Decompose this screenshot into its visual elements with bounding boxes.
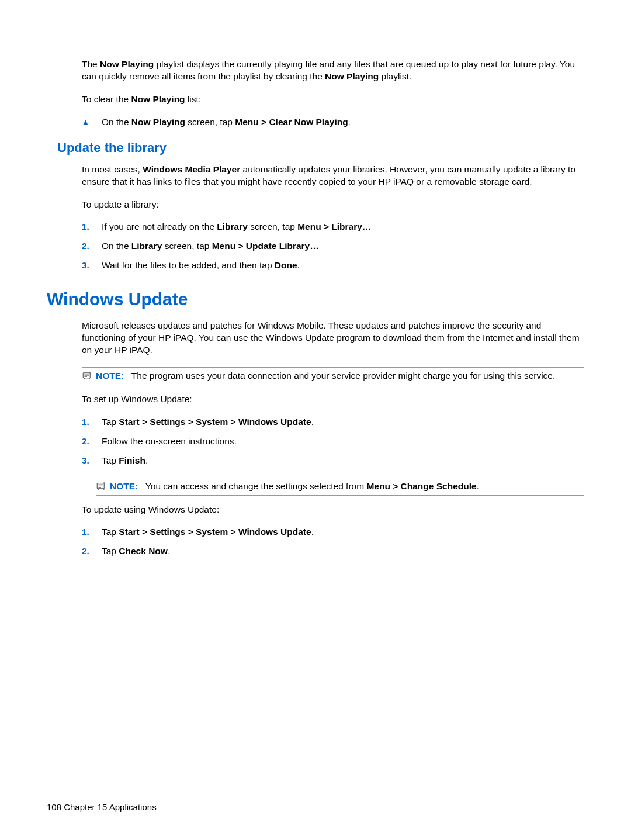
text: screen, tap: [185, 117, 235, 127]
text: You can access and change the settings s…: [145, 481, 367, 491]
paragraph-windows-update-desc: Microsoft releases updates and patches f…: [82, 320, 584, 357]
step-3: 3. Tap Finish.: [82, 455, 584, 467]
note-text: NOTE: The program uses your data connect…: [96, 370, 584, 382]
text: playlist.: [379, 71, 411, 81]
step-text: Tap Finish.: [102, 455, 584, 467]
text-bold: Now Playing: [325, 71, 379, 81]
step-text: Tap Start > Settings > System > Windows …: [102, 416, 584, 428]
step-text: Tap Check Now.: [102, 545, 584, 558]
text-bold: Menu > Update Library…: [212, 241, 319, 251]
single-step-clear: ▲ On the Now Playing screen, tap Menu > …: [82, 116, 584, 129]
text-bold: Library: [217, 222, 248, 231]
text: In most cases,: [82, 164, 143, 174]
step-1: 1. Tap Start > Settings > System > Windo…: [82, 526, 584, 538]
note-change-schedule: NOTE: You can access and change the sett…: [96, 478, 584, 496]
step-text: Wait for the files to be added, and then…: [102, 260, 584, 272]
text-bold: Check Now: [119, 546, 168, 556]
triangle-bullet-icon: ▲: [82, 117, 102, 127]
step-list-update-now: 1. Tap Start > Settings > System > Windo…: [82, 526, 584, 558]
paragraph-now-playing-desc: The Now Playing playlist displays the cu…: [82, 58, 584, 83]
text: screen, tap: [162, 241, 212, 251]
text: list:: [185, 94, 202, 104]
step-text: On the Library screen, tap Menu > Update…: [102, 240, 584, 253]
text: Tap: [102, 546, 119, 556]
step-number: 2.: [82, 545, 102, 558]
step-number: 1.: [82, 221, 102, 233]
step-number: 2.: [82, 240, 102, 253]
step-number: 3.: [82, 260, 102, 272]
text-bold: Menu > Library…: [297, 222, 371, 231]
step-text: On the Now Playing screen, tap Menu > Cl…: [102, 116, 584, 129]
note-text: NOTE: You can access and change the sett…: [110, 481, 584, 493]
step-number: 1.: [82, 416, 102, 428]
note-icon: [82, 371, 92, 381]
step-list-update-library: 1. If you are not already on the Library…: [82, 221, 584, 272]
text-bold: Menu > Change Schedule: [366, 481, 476, 491]
step-text: Follow the on-screen instructions.: [102, 435, 584, 448]
step-1: 1. Tap Start > Settings > System > Windo…: [82, 416, 584, 428]
text-bold: Menu > Clear Now Playing: [235, 117, 348, 127]
text: The program uses your data connection an…: [131, 371, 555, 381]
step-number: 1.: [82, 526, 102, 538]
paragraph-update-intro: To update a library:: [82, 199, 584, 211]
text-bold: Finish: [119, 455, 145, 465]
heading-windows-update: Windows Update: [47, 289, 584, 309]
paragraph-setup-intro: To set up Windows Update:: [82, 393, 584, 406]
note-label: NOTE:: [96, 371, 124, 381]
text: On the: [102, 117, 131, 127]
note-icon: [96, 481, 106, 492]
text-bold: Now Playing: [131, 117, 185, 127]
text-bold: Now Playing: [100, 59, 154, 69]
text: .: [297, 260, 300, 270]
text-bold: Start > Settings > System > Windows Upda…: [119, 527, 311, 537]
paragraph-clear-intro: To clear the Now Playing list:: [82, 94, 584, 106]
step-number: 2.: [82, 435, 102, 448]
step-number: 3.: [82, 455, 102, 467]
text: .: [145, 455, 148, 465]
text: Tap: [102, 455, 119, 465]
text-bold: Windows Media Player: [143, 164, 240, 174]
step-list-setup: 1. Tap Start > Settings > System > Windo…: [82, 416, 584, 467]
text: If you are not already on the: [102, 222, 217, 231]
text-bold: Library: [131, 241, 162, 251]
note-data-connection: NOTE: The program uses your data connect…: [82, 367, 584, 385]
step-2: 2. Follow the on-screen instructions.: [82, 435, 584, 448]
text: Tap: [102, 417, 119, 427]
step-text: Tap Start > Settings > System > Windows …: [102, 526, 584, 538]
text: .: [311, 417, 314, 427]
page-footer: 108 Chapter 15 Applications: [47, 802, 157, 812]
text: Tap: [102, 527, 119, 537]
note-label: NOTE:: [110, 481, 138, 491]
paragraph-update-library-desc: In most cases, Windows Media Player auto…: [82, 164, 584, 188]
text: .: [348, 117, 351, 127]
paragraph-update-intro-2: To update using Windows Update:: [82, 504, 584, 516]
step-3: 3. Wait for the files to be added, and t…: [82, 260, 584, 272]
text-bold: Now Playing: [131, 94, 185, 104]
text: .: [311, 527, 314, 537]
text: .: [477, 481, 479, 491]
text: screen, tap: [248, 222, 297, 231]
text-bold: Start > Settings > System > Windows Upda…: [119, 417, 311, 427]
text: To clear the: [82, 94, 131, 104]
step-1: 1. If you are not already on the Library…: [82, 221, 584, 233]
text-bold: Done: [275, 260, 297, 270]
page: The Now Playing playlist displays the cu…: [0, 0, 631, 840]
step-2: 2. Tap Check Now.: [82, 545, 584, 558]
step-2: 2. On the Library screen, tap Menu > Upd…: [82, 240, 584, 253]
text: Wait for the files to be added, and then…: [102, 260, 275, 270]
step-text: If you are not already on the Library sc…: [102, 221, 584, 233]
content-area: The Now Playing playlist displays the cu…: [82, 58, 584, 558]
text: .: [168, 546, 170, 556]
heading-update-library: Update the library: [57, 140, 584, 155]
text: On the: [102, 241, 131, 251]
text: The: [82, 59, 100, 69]
